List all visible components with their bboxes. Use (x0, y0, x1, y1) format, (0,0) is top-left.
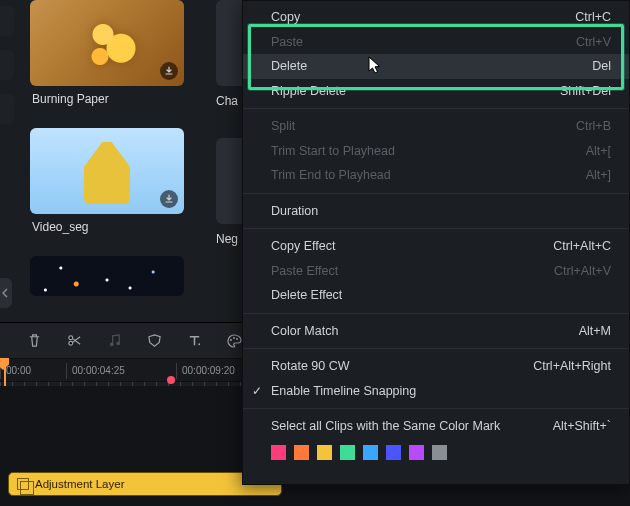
menu-color-match[interactable]: Color Match Alt+M (243, 319, 629, 344)
menu-separator (243, 313, 629, 314)
menu-rotate[interactable]: Rotate 90 CW Ctrl+Alt+Right (243, 354, 629, 379)
svg-point-7 (230, 339, 232, 341)
menu-delete[interactable]: Delete Del (243, 54, 629, 79)
media-label: Video_seg (30, 220, 184, 234)
menu-delete-effect[interactable]: Delete Effect (243, 283, 629, 308)
svg-point-4 (109, 342, 113, 346)
menu-trim-start: Trim Start to Playhead Alt+[ (243, 139, 629, 164)
context-menu: Copy Ctrl+C Paste Ctrl+V Delete Del Ripp… (242, 0, 630, 485)
svg-point-5 (116, 341, 120, 345)
palette-icon[interactable] (224, 331, 244, 351)
svg-point-9 (236, 338, 238, 340)
menu-select-all-color[interactable]: Select all Clips with the Same Color Mar… (243, 414, 629, 439)
swatch-gray[interactable] (432, 445, 447, 460)
menu-separator (243, 228, 629, 229)
media-label: Cha (216, 94, 242, 108)
menu-duration[interactable]: Duration (243, 199, 629, 224)
menu-separator (243, 193, 629, 194)
menu-ripple-delete[interactable]: Ripple Delete Shift+Del (243, 79, 629, 104)
download-icon[interactable] (160, 190, 178, 208)
color-swatches (243, 439, 629, 460)
media-tile-burning[interactable]: Burning Paper (30, 0, 184, 110)
thumbnail[interactable] (30, 0, 184, 86)
menu-separator (243, 348, 629, 349)
media-label: Neg (216, 232, 242, 246)
clip-adjustment-layer[interactable]: Adjustment Layer (8, 472, 282, 496)
marker-pin[interactable] (167, 376, 175, 384)
menu-separator (243, 408, 629, 409)
left-rail (0, 0, 20, 310)
text-icon[interactable] (184, 331, 204, 351)
menu-separator (243, 108, 629, 109)
rail-stub[interactable] (0, 6, 14, 36)
media-col2: Cha Neg (216, 0, 242, 276)
menu-paste-effect: Paste Effect Ctrl+Alt+V (243, 259, 629, 284)
thumbnail-partial[interactable] (216, 0, 242, 86)
scissors-icon[interactable] (64, 331, 84, 351)
ruler-mark: 00:00:09:20 (182, 365, 235, 376)
media-label: Burning Paper (30, 92, 184, 106)
swatch-pink[interactable] (271, 445, 286, 460)
svg-point-8 (233, 337, 235, 339)
thumbnail-partial[interactable] (216, 138, 242, 224)
swatch-cyan[interactable] (363, 445, 378, 460)
menu-copy-effect[interactable]: Copy Effect Ctrl+Alt+C (243, 234, 629, 259)
thumbnail[interactable] (30, 256, 184, 296)
swatch-yellow[interactable] (317, 445, 332, 460)
tag-icon[interactable] (144, 331, 164, 351)
svg-point-6 (198, 343, 200, 345)
ruler-mark: 00:00 (6, 365, 31, 376)
menu-paste: Paste Ctrl+V (243, 30, 629, 55)
swatch-blue[interactable] (386, 445, 401, 460)
swatch-green[interactable] (340, 445, 355, 460)
collapse-handle[interactable] (0, 278, 12, 308)
menu-split: Split Ctrl+B (243, 114, 629, 139)
check-icon: ✓ (252, 384, 262, 398)
swatch-purple[interactable] (409, 445, 424, 460)
download-icon[interactable] (160, 62, 178, 80)
menu-trim-end: Trim End to Playhead Alt+] (243, 163, 629, 188)
trash-icon[interactable] (24, 331, 44, 351)
layers-icon (17, 478, 29, 490)
clip-label: Adjustment Layer (35, 478, 125, 490)
media-tile-video[interactable]: Video_seg (30, 128, 184, 238)
music-icon (104, 331, 124, 351)
swatch-orange[interactable] (294, 445, 309, 460)
media-panel: Burning Paper Video_seg (30, 0, 240, 310)
thumbnail[interactable] (30, 128, 184, 214)
menu-snapping[interactable]: ✓ Enable Timeline Snapping (243, 379, 629, 404)
rail-stub[interactable] (0, 50, 14, 80)
rail-stub[interactable] (0, 94, 14, 124)
ruler-mark: 00:00:04:25 (72, 365, 125, 376)
media-tile-space[interactable] (30, 256, 184, 296)
menu-copy[interactable]: Copy Ctrl+C (243, 5, 629, 30)
